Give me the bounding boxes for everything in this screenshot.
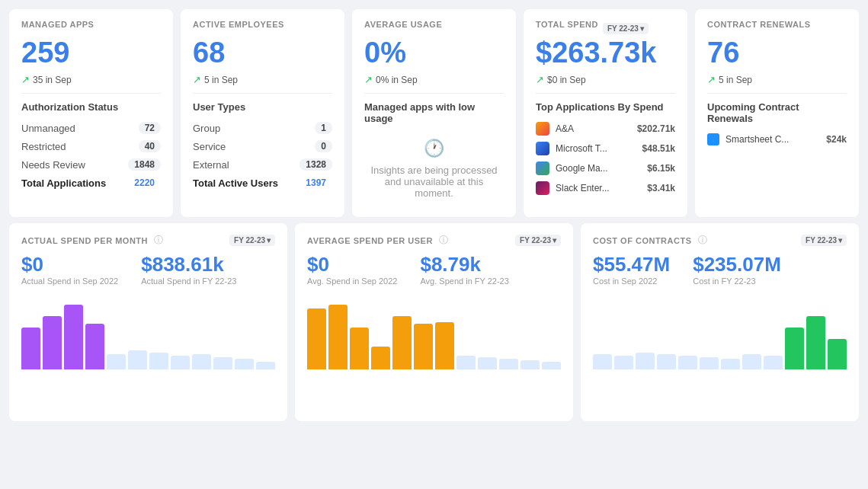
actual-spend-num1: $0 Actual Spend in Sep 2022 <box>21 253 118 286</box>
avg-spend-info-icon[interactable]: ⓘ <box>439 234 448 247</box>
user-type-total-row: Total Active Users 1397 <box>193 174 332 192</box>
avg-spend-chart-header: AVERAGE SPEND PER USER ⓘ FY 22-23 ▾ <box>307 234 561 247</box>
renewal-smartsheet: Smartsheet C... $24k <box>707 130 847 149</box>
slack-name: Slack Enter... <box>556 183 641 193</box>
auth-restricted-label: Restricted <box>21 141 66 152</box>
auth-restricted-row: Restricted 40 <box>21 137 161 155</box>
contract-renewals-title: CONTRACT RENEWALS <box>707 20 847 29</box>
auth-total-value: 2220 <box>128 177 161 189</box>
top-cards-row: MANAGED APPS 259 ↗ 35 in Sep Authorizati… <box>0 0 868 223</box>
bar <box>235 359 254 369</box>
slack-amount: $3.41k <box>647 183 675 193</box>
average-usage-card: AVERAGE USAGE 0% ↗ 0% in Sep Managed app… <box>352 9 516 217</box>
bar <box>392 316 412 369</box>
dashboard: MANAGED APPS 259 ↗ 35 in Sep Authorizati… <box>0 0 868 489</box>
bar <box>21 328 40 369</box>
avg-spend-chart-card: AVERAGE SPEND PER USER ⓘ FY 22-23 ▾ $0 A… <box>295 223 573 421</box>
user-type-group-label: Group <box>193 123 220 134</box>
avg-spend-fy-dropdown[interactable]: FY 22-23 ▾ <box>515 235 561 246</box>
cost-contracts-fy-dropdown[interactable]: FY 22-23 ▾ <box>801 235 847 246</box>
google-name: Google Ma... <box>556 163 641 174</box>
avg-spend-bar-chart <box>307 293 561 369</box>
user-type-external-value: 1328 <box>299 158 332 171</box>
contract-renewals-number: 76 <box>707 37 847 69</box>
total-spend-card: TOTAL SPEND FY 22-23 ▾ $263.73k ↗ $0 in … <box>524 9 687 217</box>
bar <box>307 308 326 369</box>
actual-spend-chart-card: ACTUAL SPEND PER MONTH ⓘ FY 22-23 ▾ $0 A… <box>9 223 287 421</box>
aga-amount: $202.71k <box>637 123 675 134</box>
average-usage-title: AVERAGE USAGE <box>364 20 504 29</box>
bar <box>107 354 126 369</box>
microsoft-amount: $48.51k <box>642 143 675 154</box>
actual-spend-info-icon[interactable]: ⓘ <box>154 234 163 247</box>
total-spend-number: $263.73k <box>536 37 675 69</box>
actual-spend-num2: $838.61k Actual Spend in FY 22-23 <box>141 253 236 286</box>
bar <box>785 328 804 369</box>
auth-needs-review-row: Needs Review 1848 <box>21 155 161 174</box>
spend-app-aga: A&A $202.71k <box>536 119 675 139</box>
trend-up-icon: ↗ <box>21 74 30 85</box>
actual-spend-bar-chart <box>21 293 275 369</box>
bar <box>371 347 390 369</box>
total-spend-trend: ↗ $0 in Sep <box>536 74 675 85</box>
trend-up-icon: ↗ <box>364 74 373 85</box>
spend-app-slack: Slack Enter... $3.41k <box>536 178 675 198</box>
avg-spend-num2: $8.79k Avg. Spend in FY 22-23 <box>420 253 508 286</box>
bar <box>435 322 454 369</box>
bar <box>256 362 275 369</box>
total-spend-fy-dropdown[interactable]: FY 22-23 ▾ <box>603 23 649 34</box>
dropdown-icon: ▾ <box>640 24 644 33</box>
bar <box>350 328 369 369</box>
cost-contracts-numbers: $55.47M Cost in Sep 2022 $235.07M Cost i… <box>593 253 847 286</box>
spend-app-google: Google Ma... $6.15k <box>536 158 675 178</box>
bar <box>478 357 497 369</box>
smartsheet-amount: $24k <box>826 134 847 145</box>
bar <box>213 357 232 369</box>
low-usage-message: 🕐 Insights are being processed and unava… <box>364 130 504 206</box>
bar <box>171 356 190 369</box>
microsoft-name: Microsoft T... <box>556 143 636 154</box>
upcoming-renewals-title: Upcoming Contract Renewals <box>707 101 847 124</box>
auth-unmanaged-row: Unmanaged 72 <box>21 119 161 137</box>
bar <box>43 316 62 369</box>
bar <box>414 324 433 369</box>
cost-contracts-chart-header: COST OF CONTRACTS ⓘ FY 22-23 ▾ <box>593 234 847 247</box>
user-type-total-value: 1397 <box>299 177 332 189</box>
actual-spend-chart-title: ACTUAL SPEND PER MONTH <box>21 236 148 245</box>
top-apps-title: Top Applications By Spend <box>536 101 675 113</box>
avg-spend-chart-title: AVERAGE SPEND PER USER <box>307 236 433 245</box>
dropdown-icon: ▾ <box>267 236 271 244</box>
bar <box>678 356 697 369</box>
aga-name: A&A <box>556 123 631 134</box>
cost-contracts-chart-title: COST OF CONTRACTS <box>593 236 692 245</box>
bar <box>149 353 168 369</box>
contract-renewals-card: CONTRACT RENEWALS 76 ↗ 5 in Sep Upcoming… <box>695 9 859 217</box>
actual-spend-fy-dropdown[interactable]: FY 22-23 ▾ <box>229 235 275 246</box>
auth-needs-review-label: Needs Review <box>21 159 85 171</box>
user-type-external-label: External <box>193 159 229 171</box>
managed-apps-trend: ↗ 35 in Sep <box>21 74 161 85</box>
auth-total-label: Total Applications <box>21 177 106 189</box>
bar <box>614 356 633 369</box>
cost-contracts-bar-chart <box>593 293 847 369</box>
contract-renewals-trend: ↗ 5 in Sep <box>707 74 847 85</box>
microsoft-icon <box>536 142 549 155</box>
slack-icon <box>536 181 549 195</box>
bar <box>636 353 655 369</box>
active-employees-card: ACTIVE EMPLOYEES 68 ↗ 5 in Sep User Type… <box>181 9 344 217</box>
bar <box>85 324 104 369</box>
bar <box>657 354 676 369</box>
user-types-title: User Types <box>193 101 332 113</box>
smartsheet-icon <box>707 133 719 145</box>
cost-contracts-info-icon[interactable]: ⓘ <box>698 234 707 247</box>
bar <box>499 359 518 369</box>
user-type-external-row: External 1328 <box>193 155 332 174</box>
user-type-total-label: Total Active Users <box>193 177 278 189</box>
total-spend-title: TOTAL SPEND <box>536 20 598 29</box>
bar <box>456 356 476 369</box>
bar <box>700 357 719 369</box>
bar <box>192 354 211 369</box>
trend-up-icon: ↗ <box>707 74 716 85</box>
google-icon <box>536 161 549 175</box>
bar <box>828 339 847 369</box>
